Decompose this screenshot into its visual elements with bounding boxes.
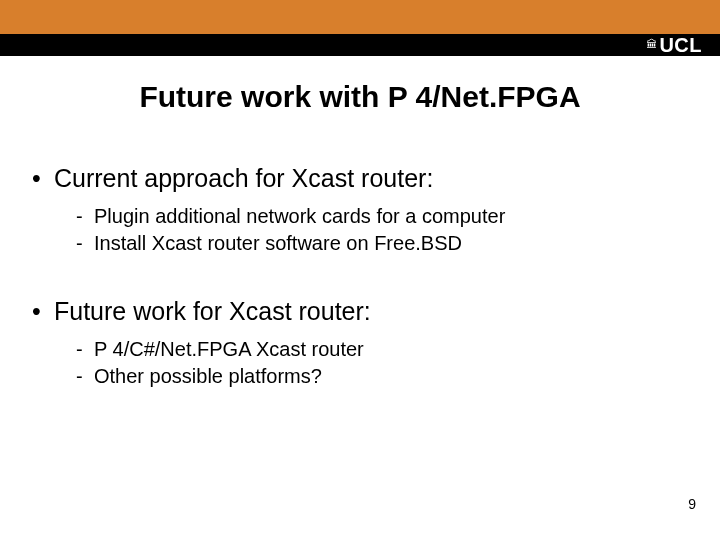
- header-strip: 🏛 UCL: [0, 34, 720, 56]
- sub-bullet: Plugin additional network cards for a co…: [26, 203, 694, 230]
- slide-title: Future work with P 4/Net.FPGA: [0, 80, 720, 114]
- sub-bullet: Other possible platforms?: [26, 363, 694, 390]
- sub-bullet: P 4/C#/Net.FPGA Xcast router: [26, 336, 694, 363]
- ucl-logo: 🏛 UCL: [646, 35, 702, 55]
- slide-content: Current approach for Xcast router: Plugi…: [0, 114, 720, 390]
- bullet-current-approach: Current approach for Xcast router:: [26, 164, 694, 193]
- sub-bullet: Install Xcast router software on Free.BS…: [26, 230, 694, 257]
- header-bar: 🏛 UCL: [0, 0, 720, 56]
- slide: 🏛 UCL Future work with P 4/Net.FPGA Curr…: [0, 0, 720, 540]
- ucl-logo-text: UCL: [659, 35, 702, 55]
- dome-icon: 🏛: [646, 39, 657, 50]
- bullet-future-work: Future work for Xcast router:: [26, 297, 694, 326]
- page-number: 9: [688, 496, 696, 512]
